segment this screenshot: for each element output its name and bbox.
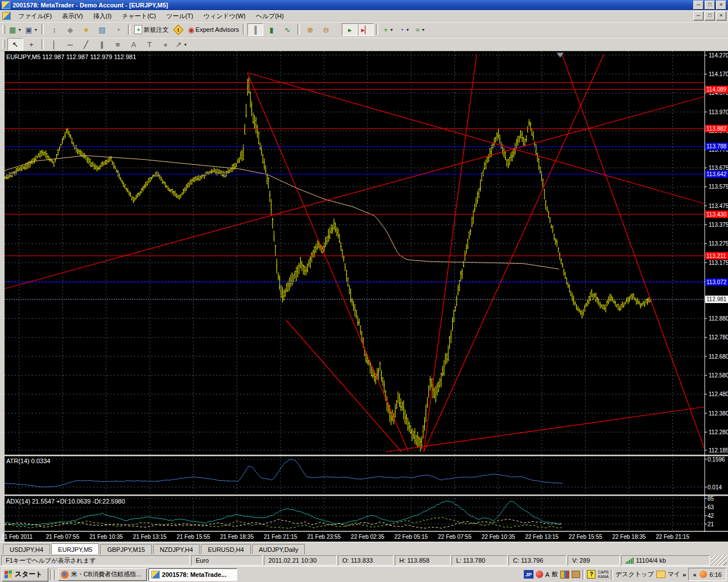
ime-conversion-mode[interactable]: 般 (552, 570, 558, 579)
time-label: 22 Feb 15:55 (569, 534, 602, 540)
tray-expand-chevron[interactable]: « (693, 571, 696, 578)
periods-icon: ◔ (399, 26, 404, 34)
start-button[interactable]: スタート (2, 568, 48, 581)
chart-legend: EURJPY,M5 112.987 112.987 112.979 112.98… (6, 53, 136, 60)
cursor-icon: ↖ (13, 40, 19, 49)
templates-dropdown-icon: ▼ (421, 28, 425, 32)
price-tick-label: 113.575 (709, 184, 728, 190)
child-minimize-button[interactable]: ─ (693, 11, 704, 20)
menu-window[interactable]: ウィンドウ(W) (198, 10, 251, 22)
market-watch-button[interactable]: ↕ (46, 23, 62, 36)
vertical-line-button[interactable]: │ (46, 38, 62, 51)
data-window-icon: ▤ (98, 26, 105, 34)
task-button-metatrader[interactable]: 2001578: MetaTrade... (148, 568, 237, 581)
time-label: 21 Feb 23:55 (307, 534, 341, 540)
expert-advisors-button[interactable]: ◉Expert Advisors (186, 23, 241, 36)
folder-icon[interactable] (656, 571, 665, 578)
price-tick-label: 113.475 (709, 203, 728, 209)
time-label: 21 Feb 07:55 (46, 534, 80, 540)
chart-tab-eurusd[interactable]: EURUSD,H4 (201, 544, 251, 554)
toolbar-overflow-chevron[interactable]: » (682, 571, 686, 578)
line-chart-mode-button[interactable]: ∿ (279, 23, 295, 36)
navigator-button[interactable]: ◆ (62, 23, 78, 36)
horizontal-line-button[interactable]: ─ (62, 38, 78, 51)
crosshair-icon: + (29, 40, 34, 49)
toolbar-grip[interactable] (2, 25, 5, 34)
equidistant-channel-button[interactable]: ∥ (94, 38, 110, 51)
chart-tab-nzdjpy[interactable]: NZDJPY,H4 (153, 544, 200, 554)
periods-button[interactable]: ◔▼ (396, 23, 412, 36)
new-order-button[interactable]: +新規注文 (133, 23, 170, 36)
language-indicator[interactable]: JP (524, 570, 533, 579)
task-button-firefox[interactable]: 米・CB消費者信頼感指... (58, 568, 147, 581)
zoom-in-button[interactable]: ⊕ (302, 23, 318, 36)
zoom-out-button[interactable]: ⊖ (318, 23, 334, 36)
chart-tab-usdjpy[interactable]: USDJPY,H4 (3, 544, 50, 554)
time-label: 21 Feb 15:55 (176, 534, 210, 540)
chart-tab-audjpy[interactable]: AUDJPY,Daily (252, 544, 305, 554)
trendline-button[interactable]: ╱ (78, 38, 94, 51)
menu-insert[interactable]: 挿入(I) (88, 10, 117, 22)
price-chart[interactable]: 114.270114.170114.070113.970113.870113.7… (0, 51, 728, 542)
candlestick-mode-button[interactable]: ▮ (263, 23, 279, 36)
expert-advisors-icon: ◉ (188, 26, 194, 34)
chart-tab-eurjpy[interactable]: EURJPY,M5 (51, 543, 99, 554)
price-badge-label: 113.882 (706, 126, 727, 132)
minimize-button[interactable]: ─ (693, 1, 704, 10)
status-traffic: 11104/4 kb (636, 557, 666, 564)
fibonacci-button[interactable]: ≡ (110, 38, 126, 51)
ellipse-button[interactable]: ● (158, 38, 173, 51)
text-button[interactable]: A (126, 38, 142, 51)
status-high-price: H: 113.858 (395, 555, 450, 566)
bar-chart-mode-button[interactable]: ║ (247, 23, 263, 36)
status-help-text: F1キーでヘルプが表示されます (1, 555, 190, 566)
crosshair-button[interactable]: + (23, 38, 39, 51)
ime-pad-icon[interactable] (560, 571, 569, 579)
resize-grip[interactable] (711, 555, 727, 566)
time-label: 21 Feb 21:15 (264, 534, 297, 540)
ime-input-mode[interactable]: A (545, 571, 549, 578)
chart-area[interactable]: 114.270114.170114.070113.970113.870113.7… (0, 51, 728, 542)
time-label: 22 Feb 21:15 (656, 534, 689, 540)
toolbar-grip[interactable] (2, 40, 5, 49)
chart-tab-gbpjpy[interactable]: GBPJPY,M15 (100, 544, 151, 554)
ime-tool-icon[interactable] (536, 571, 543, 578)
menu-tools[interactable]: ツール(T) (161, 10, 198, 22)
cursor-button[interactable]: ↖ (7, 38, 23, 51)
child-close-button[interactable]: × (716, 11, 726, 20)
alert-button[interactable]: ! (170, 23, 186, 36)
templates-button[interactable]: ≈▼ (412, 23, 428, 36)
menu-charts[interactable]: チャート(C) (117, 10, 161, 22)
vertical-line-icon: │ (52, 40, 56, 49)
ime-help-icon[interactable]: ? (587, 570, 595, 579)
favorites-button[interactable]: ★ (78, 23, 94, 36)
child-restore-button[interactable]: □ (705, 11, 715, 20)
connection-bars-icon (626, 558, 634, 564)
profiles-button[interactable]: ▣▼ (23, 23, 39, 36)
menu-view[interactable]: 表示(V) (57, 10, 88, 22)
new-order-label: 新規注文 (143, 26, 168, 34)
menu-help[interactable]: ヘルプ(H) (251, 10, 289, 22)
strategy-tester-button[interactable]: ◔ (110, 23, 126, 36)
auto-scroll-button[interactable]: ▸ (342, 23, 358, 36)
restore-button[interactable]: □ (705, 1, 715, 10)
new-chart-button[interactable]: ▦▼ (7, 23, 23, 36)
menu-file[interactable]: ファイル(F) (13, 10, 57, 22)
adx-legend: ADX(14) 21.5547 +DI:10.0639 -DI:22.5980 (6, 498, 125, 505)
tray-app-icon[interactable] (700, 571, 707, 578)
ime-dictionary-icon[interactable] (572, 571, 580, 578)
close-button[interactable]: × (716, 1, 726, 10)
indicators-button[interactable]: +▼ (380, 23, 396, 36)
price-badge-label: 113.430 (706, 211, 727, 218)
time-label: 21 Feb 18:35 (220, 534, 254, 540)
toolbar-standard: ▦▼▣▼↕◆★▤◔+新規注文!◉Expert Advisors║▮∿⊕⊖▸▸▏+… (0, 22, 728, 38)
arrows-button[interactable]: ↗▼ (173, 38, 189, 51)
data-window-button[interactable]: ▤ (94, 23, 110, 36)
text-label-button[interactable]: T (142, 38, 158, 51)
quick-launch-separator (50, 569, 52, 580)
toolbar-separator (297, 24, 300, 35)
chart-window-icon[interactable] (2, 12, 11, 20)
chart-shift-button[interactable]: ▸▏ (358, 23, 374, 36)
my-folder-label[interactable]: マイ (668, 570, 681, 579)
desktop-toolbar-label[interactable]: デスクトップ (615, 570, 654, 579)
